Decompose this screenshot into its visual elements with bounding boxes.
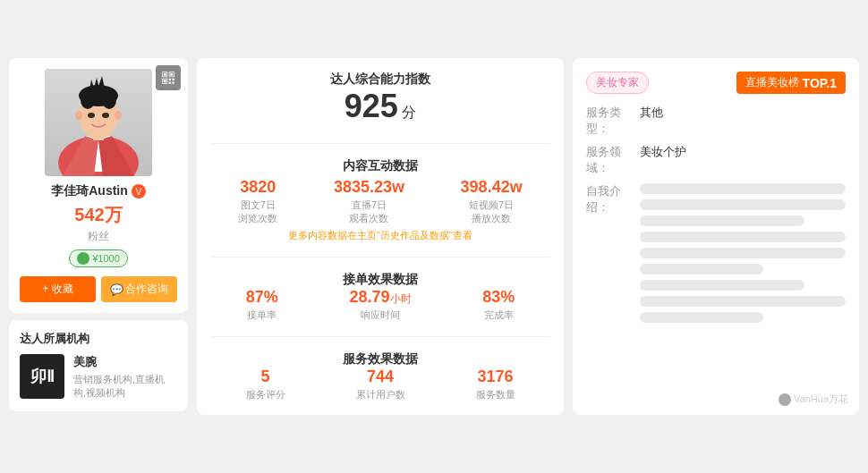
- svg-point-28: [75, 111, 82, 120]
- left-panel: 李佳琦Austin V 542万 粉丝 ¥1000 + 收藏 💬 合作咨询: [9, 58, 188, 415]
- watermark-text: VanHua万花: [794, 393, 848, 406]
- ability-score-section: 达人综合能力指数 925 分: [210, 72, 550, 125]
- order-stat-3: 83% 完成率: [482, 288, 515, 322]
- service-domain-value: 美妆个护: [640, 144, 686, 160]
- order-stat-label-2: 响应时间: [349, 308, 411, 322]
- qr-button[interactable]: [156, 65, 181, 90]
- price-badge: ¥1000: [69, 249, 128, 267]
- consult-button[interactable]: 💬 合作咨询: [101, 276, 177, 302]
- middle-panel: 达人综合能力指数 925 分 内容互动数据 3820 图文7日浏览次数 3835…: [197, 58, 564, 415]
- intro-blur-6: [640, 264, 763, 275]
- stat-label-1: 图文7日浏览次数: [238, 198, 277, 225]
- agency-title: 达人所属机构: [20, 331, 177, 347]
- divider-2: [210, 257, 550, 258]
- tags-row: 美妆专家 直播美妆榜 TOP.1: [586, 72, 846, 94]
- profile-card: 李佳琦Austin V 542万 粉丝 ¥1000 + 收藏 💬 合作咨询: [9, 58, 188, 313]
- order-stats-title: 接单效果数据: [210, 272, 550, 288]
- right-panel: 美妆专家 直播美妆榜 TOP.1 服务类型： 其他 服务领域： 美妆个护 自我介…: [573, 58, 859, 415]
- service-stat-label-1: 服务评分: [246, 388, 285, 401]
- intro-blur-8: [640, 296, 846, 307]
- live-rank-label: 直播美妆榜: [745, 75, 799, 90]
- order-stat-label-3: 完成率: [482, 308, 515, 322]
- intro-label: 自我介绍：: [586, 183, 640, 215]
- fans-label: 粉丝: [88, 229, 109, 244]
- beauty-expert-tag: 美妆专家: [586, 72, 649, 94]
- watermark: VanHua万花: [779, 393, 848, 406]
- service-type-label: 服务类型：: [586, 105, 640, 137]
- stat-value-3: 398.42w: [461, 178, 523, 197]
- divider-3: [210, 336, 550, 337]
- score-unit: 分: [402, 105, 416, 120]
- service-stat-value-3: 3176: [476, 367, 515, 386]
- content-stats-row: 3820 图文7日浏览次数 3835.23w 直播7日观看次数 398.42w …: [210, 178, 550, 225]
- svg-rect-12: [173, 82, 174, 84]
- divider-1: [210, 143, 550, 144]
- intro-blur-3: [640, 215, 804, 226]
- agency-logo[interactable]: 卯Ⅱ: [20, 354, 64, 399]
- svg-rect-10: [173, 79, 174, 80]
- intro-blur-4: [640, 232, 846, 242]
- agency-logo-text: 卯Ⅱ: [30, 366, 55, 387]
- svg-rect-2: [164, 73, 166, 76]
- service-stat-3: 3176 服务数量: [476, 367, 515, 401]
- qr-icon: [160, 70, 176, 86]
- price-icon: [77, 252, 89, 265]
- order-stat-label-1: 接单率: [246, 308, 278, 322]
- stat-value-2: 3835.23w: [334, 178, 404, 197]
- service-stats-title: 服务效果数据: [210, 351, 550, 367]
- agency-info: 美腕 营销服务机构,直播机构,视频机构: [73, 354, 177, 401]
- score-number: 925: [345, 88, 398, 124]
- watermark-icon: [779, 393, 791, 406]
- service-stat-value-1: 5: [246, 367, 285, 386]
- top1-badge: TOP.1: [803, 76, 837, 90]
- collect-button[interactable]: + 收藏: [20, 276, 96, 302]
- service-type-value: 其他: [640, 105, 663, 121]
- stat-label-2: 直播7日观看次数: [334, 198, 404, 225]
- verified-badge: V: [132, 184, 146, 198]
- intro-blur-9: [640, 312, 763, 323]
- content-stats-title: 内容互动数据: [210, 158, 550, 174]
- service-stats-row: 5 服务评分 744 累计用户数 3176 服务数量: [210, 367, 550, 401]
- intro-blur-2: [640, 199, 846, 210]
- content-stats-section: 内容互动数据 3820 图文7日浏览次数 3835.23w 直播7日观看次数 3…: [210, 158, 550, 242]
- svg-point-21: [81, 91, 95, 109]
- service-stat-2: 744 累计用户数: [356, 367, 405, 401]
- name-row: 李佳琦Austin V: [51, 183, 146, 199]
- agency-card: 达人所属机构 卯Ⅱ 美腕 营销服务机构,直播机构,视频机构: [9, 320, 188, 411]
- more-data-link[interactable]: 更多内容数据在主页"历史作品及数据"查看: [210, 229, 550, 242]
- action-buttons: + 收藏 💬 合作咨询: [20, 276, 177, 302]
- stat-item-3: 398.42w 短视频7日播放次数: [461, 178, 523, 225]
- stat-item-2: 3835.23w 直播7日观看次数: [334, 178, 404, 225]
- stat-value-1: 3820: [238, 178, 277, 197]
- service-stat-label-3: 服务数量: [476, 388, 515, 401]
- order-stat-value-3: 83%: [482, 288, 515, 307]
- ability-title: 达人综合能力指数: [210, 72, 550, 88]
- intro-blur-1: [640, 183, 846, 194]
- order-stats-row: 87% 接单率 28.79小时 响应时间 83% 完成率: [210, 288, 550, 322]
- service-stat-1: 5 服务评分: [246, 367, 285, 401]
- svg-point-22: [102, 91, 116, 109]
- agency-content: 卯Ⅱ 美腕 营销服务机构,直播机构,视频机构: [20, 354, 177, 401]
- intro-content: [640, 183, 846, 328]
- order-stat-1: 87% 接单率: [246, 288, 278, 322]
- svg-point-29: [115, 111, 122, 120]
- service-stats-section: 服务效果数据 5 服务评分 744 累计用户数 3176 服务数量: [210, 351, 550, 401]
- service-stat-label-2: 累计用户数: [356, 388, 405, 401]
- avatar-image: [45, 69, 152, 176]
- stat-item-1: 3820 图文7日浏览次数: [238, 178, 277, 225]
- username: 李佳琦Austin: [51, 183, 128, 199]
- order-stat-value-1: 87%: [246, 288, 278, 307]
- order-stat-2: 28.79小时 响应时间: [349, 288, 411, 322]
- price-value: ¥1000: [92, 253, 120, 264]
- order-stats-section: 接单效果数据 87% 接单率 28.79小时 响应时间 83%: [210, 272, 550, 322]
- svg-point-27: [102, 113, 109, 118]
- score-display: 925 分: [210, 88, 550, 125]
- live-rank-badge: 直播美妆榜 TOP.1: [736, 72, 846, 94]
- service-domain-row: 服务领域： 美妆个护: [586, 144, 846, 176]
- svg-rect-5: [170, 73, 173, 76]
- svg-point-26: [88, 113, 95, 118]
- stat-label-3: 短视频7日播放次数: [461, 198, 523, 225]
- agency-name: 美腕: [73, 354, 177, 370]
- agency-tags: 营销服务机构,直播机构,视频机构: [73, 373, 177, 401]
- svg-rect-9: [169, 79, 171, 80]
